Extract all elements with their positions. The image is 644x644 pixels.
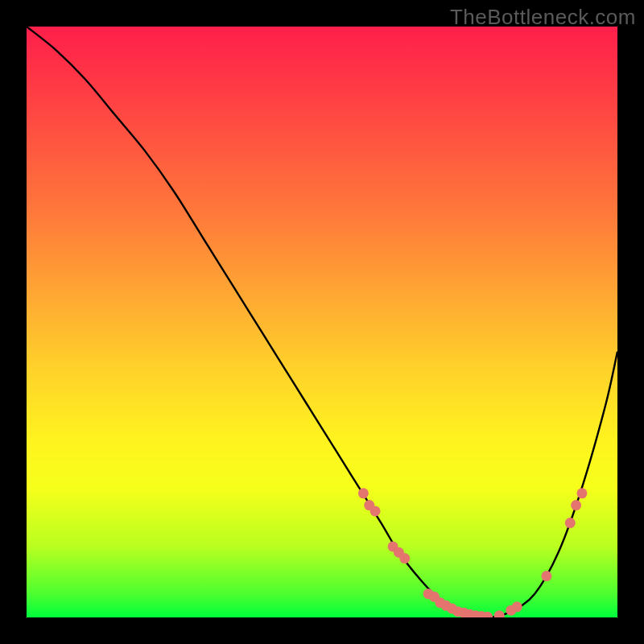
curve-marker <box>576 488 587 498</box>
curve-marker <box>571 500 581 510</box>
curve-marker <box>565 518 576 528</box>
chart-frame: TheBottleneck.com <box>0 0 644 644</box>
curve-marker <box>541 571 551 581</box>
curve-marker <box>494 610 505 617</box>
curve-markers <box>358 488 588 617</box>
watermark-text: TheBottleneck.com <box>450 5 636 30</box>
curve-marker <box>370 506 381 516</box>
curve-marker <box>358 488 369 498</box>
plot-area <box>27 27 617 617</box>
curve-marker <box>512 601 522 612</box>
bottleneck-curve-svg <box>27 27 617 617</box>
bottleneck-curve <box>27 27 617 617</box>
curve-marker <box>399 553 410 564</box>
